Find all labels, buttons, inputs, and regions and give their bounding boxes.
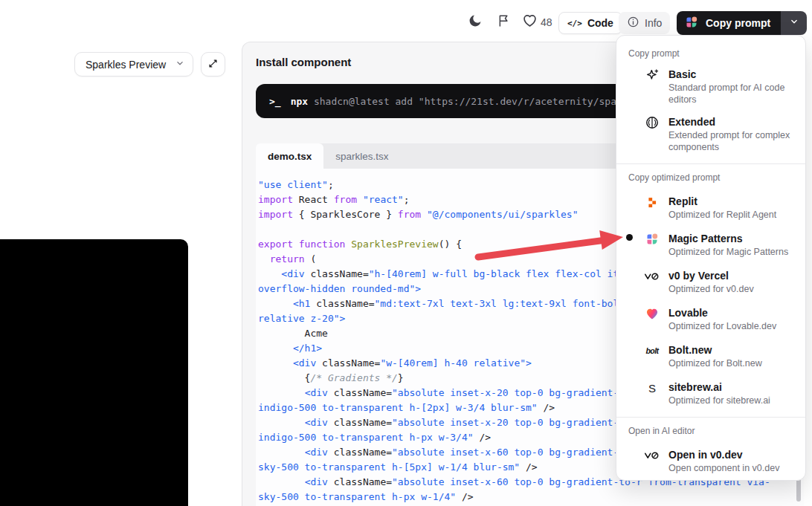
menu-item-lovable[interactable]: LovableOptimized for Lovable.dev — [616, 305, 805, 332]
menu-section-label: Copy prompt — [616, 43, 805, 62]
magic-patterns-icon — [684, 15, 699, 32]
menu-item-replit[interactable]: ReplitOptimized for Replit Agent — [616, 194, 805, 221]
like-button[interactable] — [521, 13, 538, 30]
copy-prompt-split-button: Copy prompt — [677, 11, 807, 35]
code-button-label: Code — [587, 17, 613, 29]
chevron-down-icon — [175, 58, 185, 71]
lovable-icon — [645, 306, 660, 321]
menu-item-title: Bolt.new — [668, 343, 799, 357]
menu-section-label: Copy optimized prompt — [616, 164, 805, 186]
tab-sparkles-tsx[interactable]: sparkles.tsx — [323, 143, 400, 169]
menu-item-subtitle: Optimized for Magic Patterns — [668, 246, 799, 258]
sparkles-icon — [645, 68, 660, 82]
menu-item-title: v0 by Vercel — [668, 268, 799, 283]
fullscreen-button[interactable] — [201, 52, 225, 77]
flag-icon — [497, 13, 511, 30]
menu-item-title: Open in v0.dev — [668, 447, 799, 462]
menu-item-title: Lovable — [668, 305, 799, 320]
copy-prompt-dropdown-toggle[interactable] — [781, 11, 807, 35]
menu-item-title: Basic — [668, 67, 799, 82]
copy-prompt-menu: Copy promptBasicStandard prompt for AI c… — [616, 35, 806, 481]
menu-item-subtitle: Optimized for Bolt.new — [668, 357, 799, 369]
command-text: shadcn@latest add "https://21st.dev/r/ac… — [308, 96, 651, 107]
copy-prompt-button[interactable]: Copy prompt — [677, 11, 781, 35]
menu-item-extended[interactable]: ExtendedExtended prompt for complex comp… — [616, 114, 805, 153]
menu-item-sitebrew-ai[interactable]: Ssitebrew.aiOptimized for sitebrew.ai — [616, 380, 805, 406]
v0-icon — [645, 269, 660, 284]
menu-item-subtitle: Open component in v0.dev — [668, 462, 799, 474]
info-icon — [627, 16, 639, 30]
command-prefix: npx — [291, 96, 308, 107]
copy-prompt-label: Copy prompt — [706, 17, 770, 29]
menu-item-title: Replit — [668, 194, 799, 209]
menu-item-v0-by-vercel[interactable]: v0 by VercelOptimized for v0.dev — [616, 268, 805, 295]
replit-icon — [645, 195, 660, 210]
component-preview-canvas — [0, 239, 188, 506]
chevron-down-icon — [789, 16, 799, 30]
install-section-title: Install component — [256, 56, 351, 68]
theme-toggle-button[interactable] — [467, 13, 483, 30]
preview-selector[interactable]: Sparkles Preview — [74, 52, 193, 77]
code-line: sky-500 to-transparent h-px w-1/4" /> — [258, 490, 804, 505]
preview-selector-label: Sparkles Preview — [86, 59, 166, 71]
heart-icon — [522, 13, 538, 30]
menu-item-subtitle: Extended prompt for complex components — [668, 129, 799, 153]
menu-item-subtitle: Optimized for Replit Agent — [668, 209, 799, 221]
menu-item-title: Extended — [668, 114, 799, 129]
code-button[interactable]: </> Code — [558, 12, 622, 34]
report-button[interactable] — [495, 13, 512, 30]
info-button[interactable]: Info — [619, 12, 670, 34]
magic-patterns-icon — [645, 232, 660, 247]
likes-count: 48 — [541, 16, 552, 28]
menu-item-open-in-v0-dev[interactable]: Open in v0.devOpen component in v0.dev — [616, 447, 805, 474]
menu-item-subtitle: Optimized for v0.dev — [668, 283, 799, 295]
menu-item-subtitle: Optimized for Lovable.dev — [668, 320, 799, 332]
tab-demo-tsx[interactable]: demo.tsx — [256, 143, 323, 169]
terminal-prompt-icon: >_ — [269, 96, 281, 107]
expand-icon — [207, 58, 219, 71]
page: 48 </> Code Info Copy prompt Sparkles Pr… — [0, 0, 812, 506]
bullet-annotation — [626, 234, 633, 241]
menu-item-title: sitebrew.ai — [668, 380, 799, 395]
menu-item-title: Magic Patterns — [668, 231, 799, 246]
brain-icon — [645, 115, 660, 130]
code-slash-icon: </> — [567, 19, 582, 28]
v0-icon — [645, 448, 660, 463]
menu-item-subtitle: Standard prompt for AI code editors — [668, 82, 799, 106]
menu-item-basic[interactable]: BasicStandard prompt for AI code editors — [616, 67, 805, 106]
menu-item-magic-patterns[interactable]: Magic PatternsOptimized for Magic Patter… — [616, 231, 805, 258]
info-button-label: Info — [645, 17, 662, 29]
menu-section-label: Open in AI editor — [616, 418, 805, 440]
bolt-icon: bolt — [645, 343, 660, 358]
moon-icon — [468, 13, 483, 30]
sitebrew-icon: S — [645, 380, 660, 395]
menu-item-subtitle: Optimized for sitebrew.ai — [668, 395, 799, 406]
menu-item-bolt-new[interactable]: boltBolt.newOptimized for Bolt.new — [616, 343, 805, 369]
